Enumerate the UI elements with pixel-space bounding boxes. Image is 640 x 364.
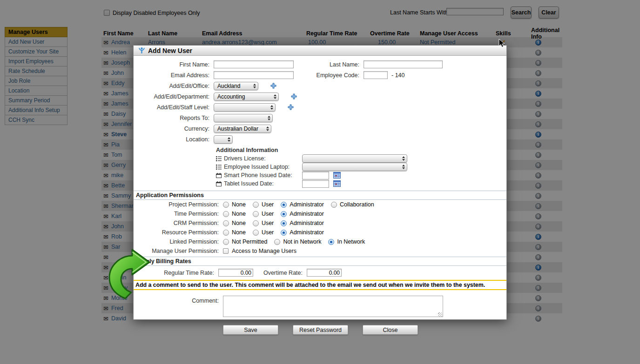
add-staff-level-button[interactable] bbox=[288, 104, 294, 110]
department-select[interactable]: Accounting bbox=[214, 93, 279, 101]
permission-option: User bbox=[253, 201, 274, 208]
add-office-button[interactable] bbox=[270, 83, 276, 89]
radio-button[interactable] bbox=[253, 230, 259, 236]
permission-option: Not in Network bbox=[274, 238, 321, 245]
comment-textarea-wrap bbox=[223, 296, 443, 318]
smart-phone-issued-date-input[interactable] bbox=[302, 172, 329, 179]
employee-issued-laptop-select[interactable] bbox=[302, 163, 407, 171]
select-arrows-icon bbox=[402, 156, 405, 161]
staff-level-select[interactable] bbox=[214, 103, 276, 112]
permission-option: None bbox=[223, 229, 246, 236]
office-select[interactable]: Auckland bbox=[214, 82, 258, 90]
radio-button-selected[interactable] bbox=[281, 202, 287, 208]
cheering-person-icon bbox=[138, 47, 145, 54]
location-select[interactable] bbox=[214, 135, 233, 144]
permission-option: Administrator bbox=[281, 201, 324, 208]
reports-to-select[interactable] bbox=[214, 114, 273, 122]
permission-rows: Project Permission:NoneUserAdministrator… bbox=[134, 200, 506, 246]
email-input[interactable] bbox=[214, 71, 294, 79]
permission-row: CRM Permission:NoneUserAdministrator bbox=[134, 218, 506, 228]
permission-row: Resource Permission:NoneUserAdministrato… bbox=[134, 228, 506, 237]
access-to-manage-users-checkbox[interactable] bbox=[223, 248, 229, 254]
select-arrows-icon bbox=[274, 94, 276, 99]
employee-issued-laptop-label: Employee Issued Laptop: bbox=[224, 164, 302, 170]
currency-select-value: Australian Dollar bbox=[217, 126, 258, 132]
calendar-picker-icon[interactable] bbox=[333, 172, 341, 179]
radio-button[interactable] bbox=[253, 220, 259, 226]
radio-button-selected[interactable] bbox=[281, 211, 287, 217]
radio-label: Administrator bbox=[290, 211, 324, 217]
calendar-icon bbox=[216, 173, 222, 178]
reset-password-button[interactable]: Reset Password bbox=[293, 325, 348, 335]
radio-label: Collaboration bbox=[340, 201, 374, 208]
reports-to-label: Reports To: bbox=[134, 115, 214, 121]
comment-textarea[interactable] bbox=[223, 296, 443, 317]
plus-icon bbox=[270, 83, 276, 89]
permission-option: User bbox=[253, 220, 274, 226]
radio-button[interactable] bbox=[223, 230, 229, 236]
permission-option: User bbox=[253, 211, 274, 217]
radio-label: None bbox=[232, 211, 246, 217]
staff-level-label: Add/Edit/Staff Level: bbox=[134, 104, 214, 111]
employee-code-label: Employee Code: bbox=[294, 72, 364, 79]
regular-time-rate-input[interactable] bbox=[218, 269, 253, 277]
radio-label: Not in Network bbox=[283, 238, 321, 245]
radio-label: User bbox=[262, 220, 274, 226]
hourly-billing-rates-header: Hourly Billing Rates bbox=[134, 257, 506, 266]
radio-label: None bbox=[232, 220, 246, 226]
radio-label: Administrator bbox=[290, 229, 324, 236]
office-label: Add/Edit/Office: bbox=[134, 83, 214, 89]
department-select-value: Accounting bbox=[217, 93, 245, 100]
dialog-titlebar: Add New User bbox=[134, 46, 506, 56]
last-name-input[interactable] bbox=[364, 60, 443, 68]
currency-select[interactable]: Australian Dollar bbox=[214, 125, 271, 133]
plus-icon bbox=[288, 104, 294, 110]
permission-label: CRM Permission: bbox=[134, 220, 223, 226]
permission-option: User bbox=[253, 229, 274, 236]
close-button[interactable]: Close bbox=[363, 325, 418, 335]
radio-button[interactable] bbox=[331, 202, 337, 208]
radio-button[interactable] bbox=[223, 211, 229, 217]
permission-option: Administrator bbox=[281, 211, 324, 217]
employee-code-input[interactable] bbox=[364, 71, 388, 79]
select-arrows-icon bbox=[270, 105, 273, 110]
radio-button[interactable] bbox=[253, 211, 259, 217]
radio-button[interactable] bbox=[223, 239, 229, 245]
email-label: Email Address: bbox=[134, 72, 214, 79]
office-select-value: Auckland bbox=[217, 83, 240, 89]
radio-button-selected[interactable] bbox=[281, 220, 287, 226]
currency-label: Currency: bbox=[134, 126, 214, 132]
radio-button[interactable] bbox=[274, 239, 280, 245]
manage-user-permission-row: Manage User Permission: Access to Manage… bbox=[134, 246, 506, 256]
radio-button-selected[interactable] bbox=[281, 230, 287, 236]
last-name-label: Last Name: bbox=[294, 61, 364, 68]
select-arrows-icon bbox=[266, 126, 269, 131]
permission-option: In Network bbox=[328, 238, 365, 245]
add-department-button[interactable] bbox=[291, 93, 297, 99]
first-name-input[interactable] bbox=[214, 60, 294, 68]
plus-icon bbox=[291, 93, 297, 99]
permission-option: None bbox=[223, 211, 246, 217]
save-button[interactable]: Save bbox=[223, 325, 278, 335]
permission-row: Project Permission:NoneUserAdministrator… bbox=[134, 200, 506, 209]
additional-information-header: Additional Information bbox=[216, 147, 506, 153]
radio-button[interactable] bbox=[253, 202, 259, 208]
permission-option: Not Permitted bbox=[223, 238, 267, 245]
overtime-rate-input[interactable] bbox=[307, 269, 342, 277]
radio-button[interactable] bbox=[223, 202, 229, 208]
select-arrows-icon bbox=[228, 137, 230, 142]
radio-button-selected[interactable] bbox=[328, 239, 334, 245]
green-callout-arrow bbox=[104, 247, 152, 302]
first-name-label: First Name: bbox=[134, 61, 214, 68]
permission-label: Project Permission: bbox=[134, 201, 223, 208]
permission-label: Resource Permission: bbox=[134, 229, 223, 236]
calendar-picker-icon[interactable] bbox=[333, 180, 341, 187]
radio-label: User bbox=[262, 229, 274, 236]
department-label: Add/Edit/Department: bbox=[134, 93, 214, 100]
permission-label: Linked Permission: bbox=[134, 238, 223, 245]
access-to-manage-users-label: Access to Manage Users bbox=[232, 248, 296, 254]
radio-button[interactable] bbox=[223, 220, 229, 226]
drivers-license-select[interactable] bbox=[302, 154, 407, 163]
tablet-issued-date-input[interactable] bbox=[302, 180, 329, 188]
location-label: Location: bbox=[134, 136, 214, 143]
